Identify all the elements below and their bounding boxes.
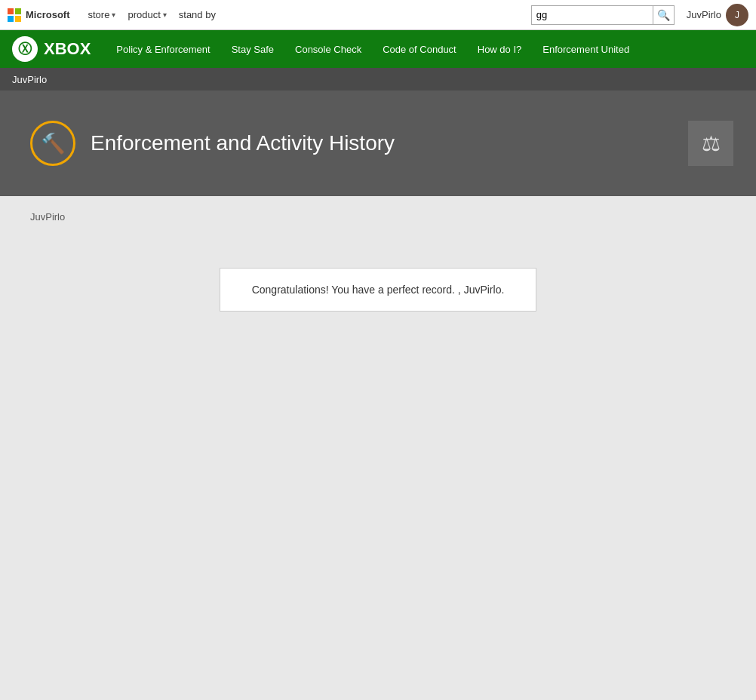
user-bar-username: JuvPirlo (12, 74, 47, 85)
xbox-logo[interactable]: Ⓧ XBOX (12, 36, 91, 62)
store-chevron-icon: ▾ (112, 11, 115, 19)
ms-grid-icon (8, 8, 21, 22)
xbox-nav: Ⓧ XBOX Policy & Enforcement Stay Safe Co… (0, 30, 756, 68)
product-nav[interactable]: product ▾ (128, 9, 166, 20)
xbox-circle-icon: Ⓧ (12, 36, 38, 62)
avatar-initials: J (735, 10, 739, 20)
scale-icon: ⚖ (688, 121, 733, 166)
nav-conduct[interactable]: Code of Conduct (372, 30, 467, 68)
microsoft-logo[interactable]: Microsoft (8, 8, 70, 22)
xbox-x-icon: Ⓧ (18, 40, 32, 58)
user-bar: JuvPirlo (0, 68, 756, 91)
product-chevron-icon: ▾ (163, 11, 167, 19)
microsoft-label: Microsoft (26, 9, 70, 20)
breadcrumb: JuvPirlo (30, 211, 726, 223)
nav-staysafe[interactable]: Stay Safe (221, 30, 284, 68)
search-button[interactable]: 🔍 (653, 6, 674, 24)
avatar: J (726, 4, 748, 26)
store-label: store (88, 9, 110, 20)
store-nav[interactable]: store ▾ (88, 9, 116, 20)
congrats-box: Congratulations! You have a perfect reco… (220, 268, 536, 312)
top-bar: Microsoft store ▾ product ▾ stand by 🔍 J… (0, 0, 756, 30)
standby-label: stand by (179, 9, 216, 20)
congrats-message: Congratulations! You have a perfect reco… (252, 284, 505, 296)
xbox-logo-text: XBOX (44, 39, 91, 59)
standby-nav[interactable]: stand by (179, 9, 216, 20)
nav-policy[interactable]: Policy & Enforcement (106, 30, 220, 68)
hammer-icon: 🔨 (30, 121, 75, 166)
hero-section: 🔨 Enforcement and Activity History ⚖ (0, 91, 756, 196)
nav-console[interactable]: Console Check (284, 30, 372, 68)
nav-howdo[interactable]: How do I? (467, 30, 533, 68)
page-title: Enforcement and Activity History (91, 131, 395, 155)
gavel-icon: 🔨 (41, 132, 65, 155)
user-section[interactable]: JuvPirlo J (687, 4, 748, 26)
search-input[interactable] (532, 6, 653, 24)
product-label: product (128, 9, 160, 20)
username-label: JuvPirlo (687, 9, 721, 20)
search-container: 🔍 (531, 5, 675, 25)
content-area: JuvPirlo Congratulations! You have a per… (0, 196, 756, 649)
nav-enforcement[interactable]: Enforcement United (532, 30, 640, 68)
